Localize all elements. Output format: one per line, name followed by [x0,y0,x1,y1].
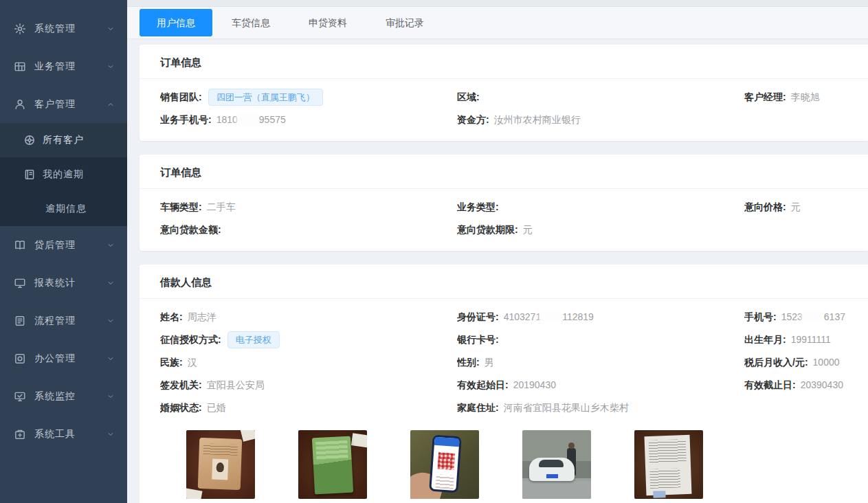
chevron-down-icon [107,25,115,33]
field-label: 区域: [457,91,480,102]
chevron-down-icon [107,355,115,363]
field-value: 汝州市农村商业银行 [494,114,581,125]
thumbnail-paper-document-photo[interactable]: 其他材料 [634,430,703,503]
field-cell: 意向价格:元 [744,201,847,214]
field-value: 宜阳县公安局 [207,379,265,390]
chevron-down-icon [107,392,115,401]
field-cell: 客户经理:李晓旭 [744,91,847,104]
toolbox-icon [14,428,26,440]
card-title: 订单信息 [160,155,847,188]
field-value: 李晓旭 [791,91,820,102]
card-title: 订单信息 [160,45,847,78]
field-cell: 婚姻状态:已婚 [160,402,457,414]
field-value: 10000 [813,357,840,368]
field-cell: 身份证号:4103271112819 [457,311,744,324]
field-cell: 税后月收入/元:10000 [744,357,847,369]
field-label: 意向贷款期限: [457,224,518,235]
sidebar-item-all-customers[interactable]: 所有客户 [0,123,127,157]
chevron-down-icon [107,63,115,71]
monitor-check-icon [14,390,26,403]
field-label: 车辆类型: [160,201,202,212]
sidebar-item-label: 系统管理 [34,23,107,35]
tab-user-info[interactable]: 用户信息 [140,9,212,36]
field-row: 车辆类型:二手车业务类型:意向价格:元 [160,196,847,219]
field-row: 婚姻状态:已婚家庭住址:河南省宜阳县花果山乡木柴村 [160,396,847,419]
field-cell: 销售团队:四团一营（直属王鹏飞） [160,89,457,106]
field-label: 手机号: [744,311,777,322]
sidebar-item-label: 流程管理 [34,315,107,327]
tab-approval-records[interactable]: 审批记录 [366,9,443,36]
wheel-icon [23,134,36,146]
sidebar-item-label: 客户管理 [34,98,107,111]
sidebar-item-customer-management[interactable]: 客户管理 [0,85,127,123]
sidebar-item-label: 系统工具 [34,428,107,440]
field-cell: 征信授权方式:电子授权 [160,331,457,348]
sidebar-item-my-overdue[interactable]: 我的逾期 [0,157,127,192]
redacted-blur [541,311,561,322]
top-strip [127,0,868,7]
field-value: 河南省宜阳县花果山乡木柴村 [504,402,629,413]
card-body: 姓名:周志洋身份证号:4103271112819手机号:15236137征信授权… [160,303,847,503]
sidebar-item-system-tools[interactable]: 系统工具 [0,415,127,453]
field-cell: 车辆类型:二手车 [160,201,457,214]
field-cell: 性别:男 [457,357,744,369]
sidebar-item-label: 我的逾期 [43,168,115,181]
main-area: 用户信息车贷信息申贷资料审批记录 订单信息销售团队:四团一营（直属王鹏飞）区域:… [127,0,868,503]
field-row: 征信授权方式:电子授权银行卡号:出生年月:19911111 [160,328,847,351]
grid-icon [14,60,26,73]
card-divider [140,298,868,299]
field-value: 二手车 [207,201,236,212]
field-cell: 手机号:15236137 [744,311,847,324]
sidebar-item-post-loan-management[interactable]: 贷后管理 [0,226,127,264]
phone-qr-photo [410,430,479,499]
tab-bar: 用户信息车贷信息申贷资料审批记录 [127,7,868,39]
thumbnail-person-with-car-photo[interactable]: 人车合照 [522,430,591,503]
thumbnail-green-booklet-photo[interactable]: 驾驶证照片 [298,430,367,503]
field-cell: 民族:汉 [160,357,457,369]
card-0: 订单信息销售团队:四团一营（直属王鹏飞）区域:客户经理:李晓旭业务手机号:181… [140,45,868,141]
field-cell: 区域: [457,91,744,104]
sidebar-item-system-management[interactable]: 系统管理 [0,10,127,47]
field-label: 税后月收入/元: [744,357,808,368]
field-cell: 签发机关:宜阳县公安局 [160,379,457,392]
field-label: 意向贷款金额: [160,224,221,235]
thumbnail-id-card-photo[interactable]: 身份证 [186,430,255,503]
field-value: 已婚 [207,402,226,413]
redacted-blur [803,311,823,322]
field-value: 20190430 [513,379,556,390]
field-label: 业务手机号: [160,114,212,125]
field-label: 婚姻状态: [160,402,202,413]
sidebar-item-process-management[interactable]: 流程管理 [0,302,127,339]
monitor-icon [14,277,26,289]
field-value: 汉 [188,357,197,368]
field-label: 有效起始日: [457,379,509,390]
gear-icon [14,23,26,35]
sidebar-item-overdue-info[interactable]: 逾期信息 [0,192,127,226]
thumbnail-phone-qr-photo[interactable]: 授权记录 [410,430,479,503]
chevron-down-icon [107,241,115,249]
field-value: 元 [791,201,801,212]
field-label: 姓名: [160,311,183,322]
sidebar-item-business-management[interactable]: 业务管理 [0,47,127,85]
tab-loan-application-docs[interactable]: 申贷资料 [289,9,366,36]
field-label: 签发机关: [160,379,202,390]
notebook-icon [23,168,36,181]
field-value: 1810 [216,114,238,125]
field-cell: 业务类型: [457,201,744,214]
card-2: 借款人信息姓名:周志洋身份证号:4103271112819手机号:1523613… [140,265,868,503]
tab-car-loan-info[interactable]: 车贷信息 [212,9,289,36]
field-row: 签发机关:宜阳县公安局有效起始日:20190430有效截止日:20390430 [160,374,847,396]
sidebar-item-system-monitor[interactable]: 系统监控 [0,377,127,415]
content-area: 订单信息销售团队:四团一营（直属王鹏飞）区域:客户经理:李晓旭业务手机号:181… [127,39,868,503]
field-value: 4103271 [504,311,542,322]
sidebar-item-office-management[interactable]: 办公管理 [0,339,127,377]
field-cell: 出生年月:19911111 [744,334,847,346]
field-cell: 有效截止日:20390430 [744,379,847,392]
field-value: 20390430 [801,379,843,390]
card-body: 车辆类型:二手车业务类型:意向价格:元意向贷款金额:意向贷款期限:元 [160,193,847,251]
flow-doc-icon [14,315,26,327]
sidebar-item-report-statistics[interactable]: 报表统计 [0,264,127,302]
field-label: 家庭住址: [457,402,499,413]
field-label: 业务类型: [457,201,499,212]
field-row: 姓名:周志洋身份证号:4103271112819手机号:15236137 [160,306,847,328]
